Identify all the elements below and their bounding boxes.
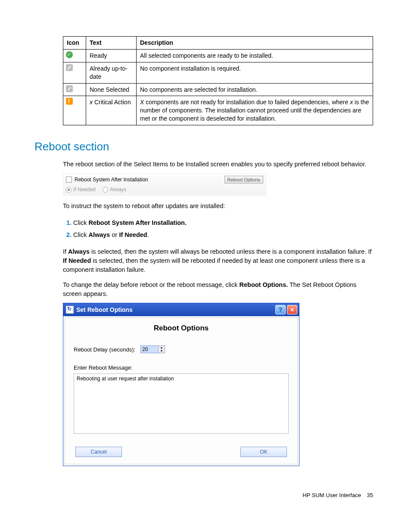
intro-text: The reboot section of the Select Items t… — [63, 160, 373, 169]
ok-button[interactable]: OK — [240, 447, 287, 457]
col-icon: Icon — [63, 37, 86, 50]
reboot-system-label: Reboot System After Installation — [75, 177, 148, 183]
delay-spinner[interactable]: ▲▼ — [140, 345, 165, 353]
section-heading: Reboot section — [34, 140, 373, 153]
cell-desc: No component installation is required. — [137, 62, 373, 83]
always-radio[interactable] — [103, 187, 108, 193]
instruct-lead: To instruct the system to reboot after u… — [63, 202, 373, 211]
cancel-button[interactable]: Cancel — [75, 447, 122, 457]
cell-text: Already up-to-date — [86, 62, 137, 83]
dialog-titlebar[interactable]: Set Reboot Options ? × — [63, 303, 299, 316]
delay-label: Reboot Delay (seconds): — [74, 346, 135, 353]
reboot-options-button[interactable]: Reboot Options — [224, 176, 263, 184]
page-number: 35 — [367, 492, 373, 498]
set-reboot-options-dialog: Set Reboot Options ? × Reboot Options Re… — [63, 303, 299, 466]
cell-text: Ready — [86, 49, 137, 62]
dialog-app-icon — [66, 306, 74, 314]
dialog-heading: Reboot Options — [74, 324, 289, 333]
page-footer: HP SUM User Interface 35 — [38, 492, 373, 498]
dialog-title-text: Set Reboot Options — [76, 306, 133, 313]
steps-list: Click Reboot System After Installation. … — [63, 217, 373, 241]
help-button[interactable]: ? — [275, 305, 286, 314]
col-desc: Description — [137, 37, 373, 50]
table-row: Ready All selected components are ready … — [63, 49, 373, 62]
footer-text: HP SUM User Interface — [302, 492, 361, 498]
table-row: None Selected No components are selected… — [63, 83, 373, 96]
cell-desc: All selected components are ready to be … — [137, 49, 373, 62]
change-paragraph: To change the delay before reboot or the… — [63, 280, 373, 299]
if-paragraph: If Always is selected, then the system w… — [63, 247, 373, 274]
uptodate-icon — [66, 64, 73, 71]
reboot-strip-screenshot: Reboot System After Installation Reboot … — [63, 173, 266, 196]
cell-text: x Critical Action — [86, 96, 137, 125]
table-row: Already up-to-date No component installa… — [63, 62, 373, 83]
always-label: Always — [110, 187, 126, 193]
message-label: Enter Reboot Message: — [74, 364, 289, 371]
close-button[interactable]: × — [287, 305, 297, 314]
message-textarea[interactable]: Rebooting at user request after installa… — [74, 373, 289, 434]
cell-text: None Selected — [86, 83, 137, 96]
ready-icon — [66, 51, 73, 58]
table-row: x Critical Action X components are not r… — [63, 96, 373, 125]
step-item: Click Always or If Needed. — [73, 229, 373, 241]
col-text: Text — [86, 37, 137, 50]
if-needed-radio[interactable] — [66, 187, 72, 193]
reboot-system-checkbox[interactable] — [66, 177, 72, 183]
if-needed-label: If Needed — [73, 187, 96, 193]
spin-down-icon[interactable]: ▼ — [159, 349, 165, 353]
step-item: Click Reboot System After Installation. — [73, 217, 373, 229]
none-selected-icon — [66, 85, 73, 92]
delay-input[interactable] — [141, 346, 158, 353]
icon-status-table: Icon Text Description Ready All selected… — [63, 36, 373, 125]
critical-icon — [66, 98, 73, 105]
spin-up-icon[interactable]: ▲ — [159, 346, 165, 349]
cell-desc: No components are selected for installat… — [137, 83, 373, 96]
cell-desc: X components are not ready for installat… — [137, 96, 373, 125]
